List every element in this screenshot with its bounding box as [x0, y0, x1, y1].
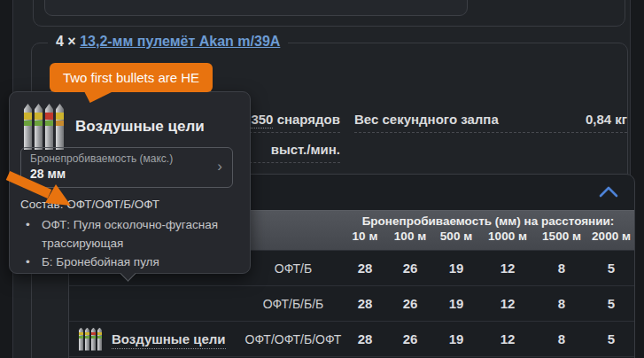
legend-item: ОФТ: Пуля осколочно-фугасная трассирующа…: [22, 216, 231, 253]
belt-composition: ОФТ/Б/Б/Б: [244, 297, 342, 311]
distance-header: 10 м: [342, 228, 388, 247]
belt-composition: ОФТ/Б: [244, 261, 342, 276]
belt-bullets-icon-large: [24, 104, 64, 150]
legend-item: Б: Бронебойная пуля: [22, 253, 231, 272]
pen-value: 19: [432, 331, 480, 346]
pen-value: 12: [480, 331, 535, 346]
annotation-callout: Two first bullets are HE: [50, 63, 213, 92]
pen-value: 28: [342, 261, 388, 276]
pen-value: 12: [480, 261, 535, 276]
pen-value: 8: [535, 261, 588, 276]
penetration-label: Бронепробиваемость (макс.): [30, 152, 223, 165]
distance-header: 1000 м: [480, 228, 535, 247]
pen-value: 12: [480, 296, 535, 311]
chevron-right-icon: ›: [217, 158, 222, 175]
distance-header: 500 м: [432, 228, 480, 247]
top-panel-inner: [44, 0, 468, 16]
pen-value: 28: [342, 296, 388, 311]
pen-value: 19: [432, 296, 480, 311]
tooltip-title: Воздушные цели: [75, 118, 205, 136]
pen-value: 8: [535, 331, 588, 346]
distance-header: 2000 м: [588, 228, 634, 247]
pen-value: 5: [588, 331, 634, 346]
salvo-weight-value: 0,84 кг: [354, 112, 627, 127]
pen-value: 26: [388, 331, 432, 346]
annotation-text: Two first bullets are HE: [63, 70, 199, 85]
belt-composition: ОФТ/ОФТ/Б/ОФТ: [244, 332, 342, 346]
page: 4 × 13,2-мм пулемёт Akan m/39A Боезапас …: [0, 0, 644, 358]
ammo-unit: снарядов: [277, 112, 340, 127]
pen-value: 19: [432, 261, 480, 276]
chevron-up-icon: [597, 183, 620, 201]
distance-header: 1500 м: [535, 228, 588, 247]
distance-headers: 10 м 100 м 500 м 1000 м 1500 м 2000 м: [342, 228, 634, 247]
belt-bullets-icon: [69, 328, 112, 351]
collapse-button[interactable]: [597, 183, 620, 201]
belt-name-link[interactable]: Воздушные цели: [112, 331, 226, 349]
divider: [354, 132, 627, 133]
weapon-link[interactable]: 13,2-мм пулемёт Akan m/39A: [80, 34, 280, 49]
weapon-title: 4 × 13,2-мм пулемёт Akan m/39A: [48, 34, 288, 50]
pen-value: 8: [535, 296, 588, 311]
pen-value: 26: [388, 296, 432, 311]
belt-row: ОФТ/Б/Б/Б 28 26 19 12 8 5: [69, 285, 634, 321]
tooltip-legend: ОФТ: Пуля осколочно-фугасная трассирующа…: [22, 216, 231, 272]
pen-value: 5: [588, 261, 634, 276]
distance-header: 100 м: [388, 228, 432, 247]
pen-value: 26: [388, 261, 432, 276]
pen-value: 28: [342, 331, 388, 346]
belt-row-air-targets: Воздушные цели ОФТ/ОФТ/Б/ОФТ 28 26 19 12…: [69, 321, 634, 356]
annotation-arrow-icon: [2, 168, 76, 216]
pen-value: 5: [588, 296, 634, 311]
weapon-count: 4 ×: [56, 34, 76, 49]
column-header-penetration: Бронепробиваемость (мм) на расстоянии:: [342, 212, 634, 228]
